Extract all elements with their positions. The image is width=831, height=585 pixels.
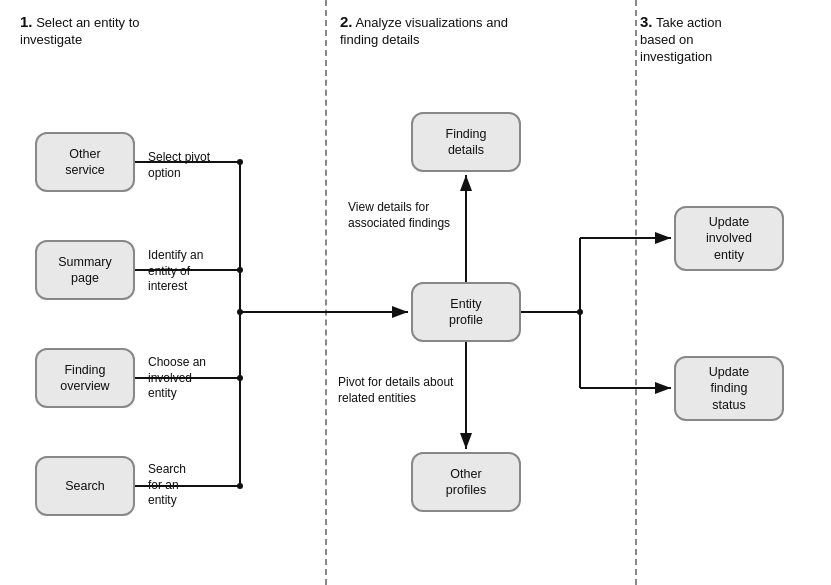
update-involved-entity-label: Updateinvolvedentity	[706, 214, 752, 263]
other-profiles-box: Otherprofiles	[411, 452, 521, 512]
select-pivot-label: Select pivotoption	[148, 150, 210, 181]
update-involved-entity-box: Updateinvolvedentity	[674, 206, 784, 271]
finding-overview-box: Findingoverview	[35, 348, 135, 408]
svg-point-19	[237, 309, 243, 315]
svg-point-20	[577, 309, 583, 315]
step2-description: Analyze visualizations andfinding detail…	[340, 15, 508, 47]
finding-overview-label: Findingoverview	[60, 362, 109, 395]
step1-number: 1.	[20, 13, 33, 30]
summary-page-box: Summarypage	[35, 240, 135, 300]
search-label: Search	[65, 478, 105, 494]
step3-number: 3.	[640, 13, 653, 30]
finding-details-label: Findingdetails	[446, 126, 487, 159]
update-finding-status-label: Updatefindingstatus	[709, 364, 749, 413]
entity-profile-box: Entityprofile	[411, 282, 521, 342]
svg-point-16	[237, 267, 243, 273]
pivot-details-label: Pivot for details aboutrelated entities	[338, 375, 453, 406]
other-service-box: Otherservice	[35, 132, 135, 192]
divider-1	[325, 0, 327, 585]
search-entity-label: Searchfor anentity	[148, 462, 186, 509]
step3-header: 3. Take actionbased oninvestigation	[640, 12, 790, 66]
view-details-label: View details forassociated findings	[348, 200, 450, 231]
diagram: 1. Select an entity toinvestigate 2. Ana…	[0, 0, 831, 585]
other-service-label: Otherservice	[65, 146, 105, 179]
entity-profile-label: Entityprofile	[449, 296, 483, 329]
divider-2	[635, 0, 637, 585]
step1-header: 1. Select an entity toinvestigate	[20, 12, 180, 49]
update-finding-status-box: Updatefindingstatus	[674, 356, 784, 421]
choose-involved-label: Choose aninvolvedentity	[148, 355, 206, 402]
step1-description: Select an entity toinvestigate	[20, 15, 139, 47]
finding-details-box: Findingdetails	[411, 112, 521, 172]
svg-point-15	[237, 159, 243, 165]
summary-page-label: Summarypage	[58, 254, 111, 287]
svg-point-17	[237, 375, 243, 381]
step2-number: 2.	[340, 13, 353, 30]
search-box: Search	[35, 456, 135, 516]
svg-point-18	[237, 483, 243, 489]
identify-entity-label: Identify anentity ofinterest	[148, 248, 203, 295]
step2-header: 2. Analyze visualizations andfinding det…	[340, 12, 540, 49]
step3-description: Take actionbased oninvestigation	[640, 15, 722, 64]
other-profiles-label: Otherprofiles	[446, 466, 486, 499]
